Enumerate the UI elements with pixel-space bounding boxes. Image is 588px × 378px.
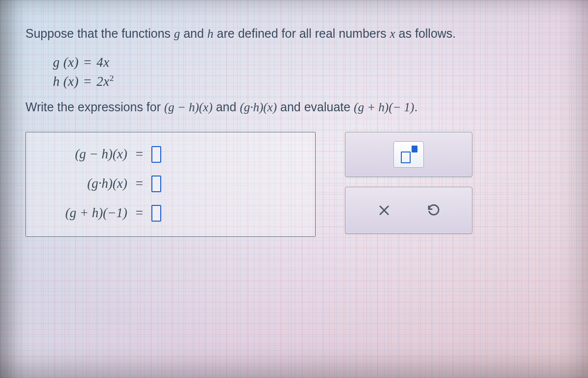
definition-g: g (x) = 4x xyxy=(53,55,565,70)
intro-text: and xyxy=(180,26,208,40)
task-text: . xyxy=(414,100,417,114)
def-h-rhs-base: 2x xyxy=(97,74,109,89)
answer-label: (g + h)(−1) xyxy=(65,205,127,221)
answer-row-g-minus-h: (g − h)(x) = xyxy=(44,146,161,163)
equals-sign: = xyxy=(82,74,93,89)
answer-label: (g·h)(x) xyxy=(87,176,127,191)
undo-icon xyxy=(426,203,441,218)
intro-text: as follows. xyxy=(395,26,456,40)
answer-input-g-dot-h[interactable] xyxy=(151,176,161,192)
exponent-tool-panel xyxy=(345,132,472,177)
equals-sign: = xyxy=(134,147,145,162)
answer-input-g-minus-h[interactable] xyxy=(151,146,161,163)
symbol-x: x xyxy=(390,27,395,40)
answer-row-g-dot-h: (g·h)(x) = xyxy=(44,176,161,192)
answer-row-g-plus-h-neg1: (g + h)(−1) = xyxy=(44,205,161,222)
def-g-lhs: g (x) xyxy=(53,55,79,70)
equals-sign: = xyxy=(134,205,145,221)
equals-sign: = xyxy=(134,176,145,191)
clear-button[interactable] xyxy=(373,199,395,222)
def-h-rhs-exp: 2 xyxy=(109,73,114,83)
answer-label: (g − h)(x) xyxy=(75,147,127,162)
equals-sign: = xyxy=(82,55,93,70)
expr-g-minus-h: (g − h)(x) xyxy=(164,101,213,114)
function-definitions: g (x) = 4x h (x) = 2x2 xyxy=(53,55,565,89)
answer-panel: (g − h)(x) = (g·h)(x) = (g + h)(−1) = xyxy=(25,132,316,237)
intro-text: Suppose that the functions xyxy=(25,26,174,40)
reset-button[interactable] xyxy=(422,199,445,222)
def-h-lhs: h (x) xyxy=(53,74,79,89)
problem-intro: Suppose that the functions g and h are d… xyxy=(25,25,565,42)
action-tool-panel xyxy=(345,187,472,234)
task-text: and xyxy=(213,100,240,114)
exponent-base-icon xyxy=(401,151,411,163)
answer-input-g-plus-h-neg1[interactable] xyxy=(151,205,161,222)
symbol-h: h xyxy=(207,27,214,40)
def-h-rhs: 2x2 xyxy=(97,74,114,89)
task-text: Write the expressions for xyxy=(25,100,164,114)
task-text: and evaluate xyxy=(277,100,354,114)
intro-text: are defined for all real numbers xyxy=(214,26,390,40)
expr-g-dot-h: (g·h)(x) xyxy=(240,101,277,114)
exponent-superscript-icon xyxy=(412,146,417,152)
task-instruction: Write the expressions for (g − h)(x) and… xyxy=(25,100,565,114)
x-icon xyxy=(377,203,391,217)
expr-g-plus-h-at-neg1: (g + h)(− 1) xyxy=(354,101,414,114)
def-g-rhs: 4x xyxy=(97,55,109,70)
definition-h: h (x) = 2x2 xyxy=(53,73,565,89)
symbol-g: g xyxy=(174,27,180,40)
exponent-template-button[interactable] xyxy=(393,141,424,168)
